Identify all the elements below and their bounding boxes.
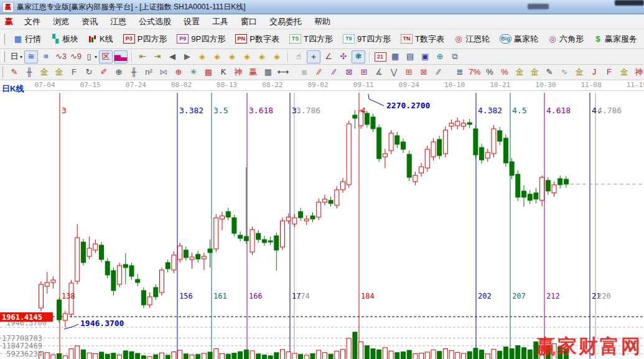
t-number-table-button[interactable]: TNT数字表	[396, 32, 449, 47]
gold-circle-icon[interactable]: 金	[513, 66, 526, 79]
p-square-button[interactable]: P3P四方形	[118, 32, 172, 47]
menu-item-10[interactable]: 帮助	[308, 15, 337, 29]
brush-tool-icon[interactable]: ✎	[7, 66, 21, 79]
hand-tool-icon[interactable]: ☝	[292, 50, 306, 63]
last-bar-icon[interactable]: ⇥	[151, 50, 164, 63]
circle-ticks-icon[interactable]: ⊕	[112, 66, 126, 79]
percent-icon[interactable]: %	[483, 66, 497, 79]
angle-measure-icon[interactable]: ∠	[322, 50, 335, 63]
v-wave-icon[interactable]: ⋁	[387, 66, 401, 79]
calculator-icon[interactable]: ▦	[388, 50, 402, 63]
angle-mirror-icon[interactable]: ⋈	[157, 66, 170, 79]
pencil-rays-icon[interactable]: ∡	[372, 66, 386, 79]
calendar-icon[interactable]: 21	[373, 50, 387, 63]
menu-item-2[interactable]: 浏览	[47, 15, 75, 29]
box-select-icon[interactable]: ⧈	[297, 66, 311, 79]
window-titlebar[interactable]: 赢 赢家江恩专业版[赢家内部服务平台] - [上证指数 SH1A0001-111…	[0, 0, 644, 14]
fib-f-icon[interactable]: F	[67, 66, 81, 79]
menu-item-5[interactable]: 公式选股	[133, 15, 177, 29]
gann-wheel-button[interactable]: ◎江恩轮	[449, 32, 495, 47]
hatch-lines-icon[interactable]: ∕∕	[432, 66, 446, 79]
percent-line-icon[interactable]: %	[498, 66, 511, 79]
gold-angle-icon[interactable]: 金	[617, 66, 631, 79]
kline-chart-canvas[interactable]: 07-0407-1507-2408-0208-1308-2209-0209-11…	[0, 80, 644, 359]
purple-rays-icon[interactable]: ∕∕	[327, 66, 341, 79]
remote-pc-icon[interactable]: ⧉	[448, 50, 462, 63]
purple-grid-icon[interactable]: ⊞	[357, 66, 371, 79]
gold-grid-2-icon[interactable]: 金	[52, 66, 66, 79]
red-box-grid-icon[interactable]: ⊠	[417, 66, 431, 79]
winner-service-button[interactable]: $赢家服务	[589, 32, 642, 47]
red-grid-icon[interactable]: ⊞	[402, 66, 416, 79]
zoom-diamond-h-icon[interactable]: ◈	[225, 50, 239, 63]
zoom-diamond-left-icon[interactable]: ◈	[195, 50, 209, 63]
chart-area[interactable]: 日K线 07-0407-1507-2408-0208-1308-2209-020…	[0, 80, 644, 359]
f-angle-icon[interactable]: F	[602, 66, 616, 79]
nine-t-square-button[interactable]: T99T四方形	[338, 32, 396, 47]
winner-wheel-button[interactable]: Big赢家轮	[495, 32, 543, 47]
menu-item-3[interactable]: 资讯	[75, 15, 104, 29]
grid-ruler-icon[interactable]: ╫	[22, 66, 36, 79]
crosshair-tool-icon[interactable]: ＋	[307, 50, 320, 63]
volume-bar	[214, 349, 218, 359]
volume-bar	[474, 348, 478, 359]
next-bar-icon[interactable]: ▶	[180, 50, 194, 63]
teal-pattern-icon[interactable]: ❃	[352, 50, 365, 63]
notepad-icon[interactable]: ▤	[403, 50, 417, 63]
sectors-button[interactable]: ▚板块	[46, 32, 83, 47]
nine-p-square-button[interactable]: P99P四方形	[172, 32, 230, 47]
spiral-icon[interactable]: ↻	[82, 66, 96, 79]
hexagon-button[interactable]: ◎六角形	[543, 32, 589, 47]
first-bar-icon[interactable]: ⇤	[136, 50, 149, 63]
gold-underline-icon[interactable]: 金	[572, 66, 586, 79]
gold-line-icon[interactable]: 金	[528, 66, 541, 79]
star-burst-icon[interactable]: ✳	[187, 66, 200, 79]
grid-123-icon[interactable]: ▦	[261, 66, 275, 79]
single-candle-selector[interactable]: ▯▾	[84, 50, 98, 63]
period-daily-selector[interactable]: 日▾	[9, 50, 23, 63]
wave-3-icon[interactable]: ∿3	[54, 50, 68, 63]
purple-box-rays-icon[interactable]: ⊠	[342, 66, 356, 79]
menu-item-9[interactable]: 交易委托	[263, 15, 308, 29]
save-icon[interactable]: ▣	[418, 50, 432, 63]
app-window: { "window": { "title": "赢家江恩专业版[赢家内部服务平台…	[0, 0, 644, 359]
candle-pen-icon[interactable]: ✎	[543, 66, 556, 79]
ruler-2-icon[interactable]: ╫	[127, 66, 141, 79]
kline-button[interactable]: K线	[83, 32, 118, 47]
circle-cross-icon[interactable]: ⊕	[172, 66, 185, 79]
maze-grid-icon[interactable]: ▩	[202, 66, 215, 79]
n-squared-icon[interactable]: n²	[142, 66, 156, 79]
menu-item-7[interactable]: 工具	[206, 15, 235, 29]
zigzag-pattern-icon[interactable]: ≋	[24, 50, 38, 63]
menu-item-6[interactable]: 设置	[177, 15, 206, 29]
histogram-icon[interactable]: ▅▃	[114, 50, 128, 63]
gold-grid-1-icon[interactable]: 金	[37, 66, 51, 79]
t-square-button[interactable]: TST四方形	[284, 32, 338, 47]
k-notation-icon[interactable]: Ƙ	[217, 66, 230, 79]
zoom-diamond-right-icon[interactable]: ◈	[210, 50, 224, 63]
p-number-table-button[interactable]: PNP数字表	[230, 32, 284, 47]
red-pattern-icon[interactable]: 区	[99, 50, 113, 63]
menu-item-1[interactable]: 文件	[18, 15, 47, 29]
ying-tool-icon[interactable]: 赢	[246, 66, 260, 79]
note-list-icon[interactable]: ≡	[39, 50, 53, 63]
zoom-diamond-x-icon[interactable]: ◈	[240, 50, 254, 63]
stats-bars-icon[interactable]: ≣	[453, 66, 467, 79]
zoom-diamond-full-icon[interactable]: ◈	[270, 50, 284, 63]
shen-tool-icon[interactable]: 神	[231, 66, 245, 79]
purple-flower-tool-icon[interactable]: ✣	[337, 50, 350, 63]
wave-9-icon[interactable]: ∿9	[69, 50, 83, 63]
shen-angle-icon[interactable]: 神	[632, 66, 644, 79]
red-rays-icon[interactable]: ∕∕	[312, 66, 326, 79]
wave-overlay-icon[interactable]: ∿	[558, 66, 571, 79]
menu-item-8[interactable]: 窗口	[235, 15, 263, 29]
menu-item-4[interactable]: 江恩	[104, 15, 133, 29]
prev-bar-icon[interactable]: ◀	[166, 50, 179, 63]
width-measure-icon[interactable]: ⟷	[276, 66, 290, 79]
j-angle-icon[interactable]: J	[587, 66, 601, 79]
pen-chart-icon[interactable]: ✐	[97, 66, 111, 79]
market-quotes-button[interactable]: ▦行情	[9, 32, 46, 47]
zoom-diamond-all-icon[interactable]: ◈	[255, 50, 269, 63]
network-icon[interactable]: ⊕	[433, 50, 447, 63]
percent-7-icon[interactable]: 7%	[468, 66, 482, 79]
